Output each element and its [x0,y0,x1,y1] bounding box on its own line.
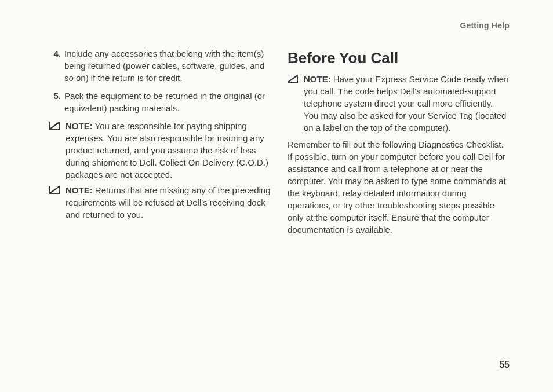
page-number: 55 [499,360,510,370]
note-icon [288,73,300,134]
note-icon [49,184,62,221]
svg-line-3 [50,187,59,193]
list-item-number: 4. [49,47,61,84]
body-paragraph: Remember to fill out the following Diagn… [288,138,510,236]
list-item: 5. Pack the equipment to be returned in … [49,90,271,114]
note-label: NOTE: [66,185,93,195]
left-column: 4. Include any accessories that belong w… [49,47,271,241]
note-block: NOTE: Returns that are missing any of th… [49,184,271,221]
note-text: NOTE: Returns that are missing any of th… [66,184,271,221]
note-block: NOTE: You are responsible for paying shi… [49,120,271,181]
note-block: NOTE: Have your Express Service Code rea… [288,73,510,134]
two-column-layout: 4. Include any accessories that belong w… [49,47,510,241]
section-heading: Before You Call [288,47,510,68]
list-item-number: 5. [49,90,61,114]
note-label: NOTE: [304,74,331,84]
list-item-text: Include any accessories that belong with… [64,47,271,84]
list-item-text: Pack the equipment to be returned in the… [64,90,271,114]
note-label: NOTE: [66,121,93,131]
right-column: Before You Call NOTE: Have your Express … [288,47,510,241]
note-body-text: Have your Express Service Code ready whe… [304,74,508,133]
note-body-text: Returns that are missing any of the prec… [66,185,271,219]
note-text: NOTE: Have your Express Service Code rea… [304,73,510,134]
note-body-text: You are responsible for paying shipping … [66,121,268,179]
svg-line-5 [289,76,297,82]
note-icon [49,120,62,181]
running-header: Getting Help [49,21,510,30]
svg-line-1 [50,123,59,129]
note-text: NOTE: You are responsible for paying shi… [66,120,271,181]
list-item: 4. Include any accessories that belong w… [49,47,271,84]
manual-page: Getting Help 4. Include any accessories … [0,0,553,392]
